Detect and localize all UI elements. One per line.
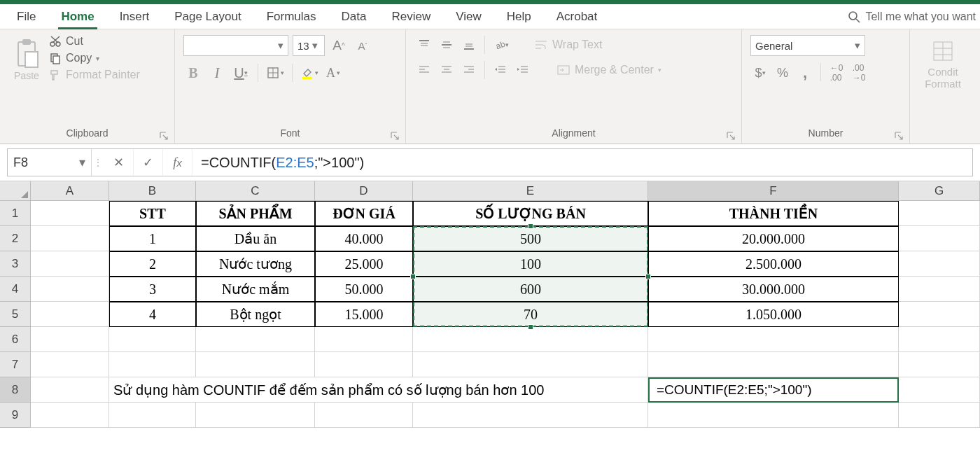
col-header-a[interactable]: A (31, 181, 109, 200)
wrap-text-button[interactable]: Wrap Text (530, 39, 606, 51)
cell[interactable] (315, 327, 413, 352)
spreadsheet-grid[interactable]: A B C D E F G 1 STT SẢN PHẨM ĐƠN GIÁ SỐ … (0, 181, 980, 428)
cell[interactable] (31, 352, 109, 377)
tab-acrobat[interactable]: Acrobat (544, 4, 610, 29)
dialog-launcher-icon[interactable] (726, 131, 737, 142)
currency-button[interactable]: $ ▾ (750, 63, 770, 83)
cell[interactable] (648, 403, 899, 428)
cell[interactable] (196, 327, 315, 352)
cell[interactable] (413, 352, 648, 377)
fill-color-button[interactable]: ▾ (300, 63, 319, 83)
number-format-combo[interactable]: General▾ (750, 35, 865, 56)
dialog-launcher-icon[interactable] (390, 131, 401, 142)
decrease-font-button[interactable]: Aˇ (353, 36, 372, 55)
cell[interactable] (31, 403, 109, 428)
col-header-d[interactable]: D (315, 181, 413, 200)
tell-me-search[interactable]: Tell me what you want (848, 11, 976, 23)
merge-center-button[interactable]: Merge & Center ▾ (552, 64, 666, 76)
cut-button[interactable]: Cut (49, 35, 140, 48)
cell[interactable]: 15.000 (315, 302, 413, 327)
decrease-decimal-button[interactable]: .00→0 (849, 63, 869, 83)
align-middle-button[interactable] (437, 35, 456, 55)
cell[interactable] (648, 352, 899, 377)
copy-button[interactable]: Copy ▾ (49, 52, 140, 64)
cell[interactable]: 4 (109, 302, 196, 327)
row-header-5[interactable]: 5 (0, 302, 31, 327)
cell[interactable]: Bột ngọt (196, 302, 315, 327)
underline-button[interactable]: U ▾ (231, 63, 251, 83)
cell[interactable]: 20.000.000 (648, 226, 899, 251)
align-left-button[interactable] (414, 60, 434, 80)
col-header-g[interactable]: G (899, 181, 980, 200)
orientation-button[interactable]: ab▾ (491, 35, 510, 55)
tab-insert[interactable]: Insert (107, 4, 162, 29)
dialog-launcher-icon[interactable] (894, 131, 905, 142)
cell[interactable]: 25.000 (315, 251, 413, 277)
font-color-button[interactable]: A▾ (323, 63, 343, 83)
tab-file[interactable]: File (4, 4, 48, 29)
cell[interactable]: 50.000 (315, 277, 413, 302)
cell[interactable] (899, 226, 980, 251)
select-all-corner[interactable] (0, 181, 31, 200)
cell[interactable]: Nước mắm (196, 277, 315, 302)
cell[interactable] (315, 352, 413, 377)
row-header-8[interactable]: 8 (0, 377, 31, 403)
cell[interactable] (31, 277, 109, 302)
row-header-2[interactable]: 2 (0, 226, 31, 251)
increase-decimal-button[interactable]: ←0.00 (827, 63, 846, 83)
cell[interactable]: 1.050.000 (648, 302, 899, 327)
tab-help[interactable]: Help (494, 4, 544, 29)
cell[interactable]: Sử dụng hàm COUNTIF để đếm sản phẩm có s… (109, 377, 196, 403)
cell[interactable]: SỐ LƯỢNG BÁN (413, 201, 648, 226)
row-header-3[interactable]: 3 (0, 251, 31, 277)
conditional-formatting-button[interactable]: ConditFormatt (918, 35, 967, 90)
enter-button[interactable]: ✓ (134, 149, 163, 176)
font-name-combo[interactable]: ▾ (183, 35, 288, 56)
cell[interactable]: THÀNH TIỀN (648, 201, 899, 226)
cell[interactable]: SẢN PHẨM (196, 201, 315, 226)
cell[interactable]: 500 (413, 226, 648, 251)
cell[interactable] (413, 403, 648, 428)
cell[interactable]: Nước tương (196, 251, 315, 277)
cell[interactable] (109, 327, 196, 352)
cell[interactable]: ĐƠN GIÁ (315, 201, 413, 226)
increase-font-button[interactable]: A^ (329, 36, 349, 55)
row-header-4[interactable]: 4 (0, 277, 31, 302)
col-header-e[interactable]: E (413, 181, 648, 200)
formula-input[interactable]: =COUNTIF(E2:E5;">100") (192, 155, 972, 171)
cell[interactable] (31, 377, 109, 403)
percent-button[interactable]: % (773, 63, 792, 83)
cell[interactable]: 600 (413, 277, 648, 302)
cell-f8[interactable] (648, 377, 899, 403)
cell[interactable]: Dầu ăn (196, 226, 315, 251)
row-header-9[interactable]: 9 (0, 403, 31, 428)
format-painter-button[interactable]: Format Painter (49, 69, 140, 81)
cell[interactable] (899, 201, 980, 226)
cell[interactable] (109, 352, 196, 377)
insert-function-button[interactable]: fx (163, 149, 192, 176)
cell[interactable]: 100 (413, 251, 648, 277)
font-size-combo[interactable]: 13▾ (293, 35, 325, 56)
name-box[interactable]: F8 ▾ (8, 149, 92, 176)
cell[interactable] (315, 403, 413, 428)
tab-page-layout[interactable]: Page Layout (162, 4, 253, 29)
tab-formulas[interactable]: Formulas (254, 4, 329, 29)
tab-view[interactable]: View (443, 4, 494, 29)
dialog-launcher-icon[interactable] (159, 131, 170, 142)
borders-button[interactable]: ▾ (265, 63, 285, 83)
cell[interactable] (413, 327, 648, 352)
col-header-c[interactable]: C (196, 181, 315, 200)
cell[interactable] (899, 403, 980, 428)
cell[interactable]: 1 (109, 226, 196, 251)
cell[interactable] (899, 277, 980, 302)
cell[interactable] (109, 403, 196, 428)
cell[interactable]: 2 (109, 251, 196, 277)
row-header-1[interactable]: 1 (0, 201, 31, 226)
col-header-f[interactable]: F (648, 181, 899, 200)
cell[interactable]: 3 (109, 277, 196, 302)
cell[interactable] (899, 251, 980, 277)
row-header-6[interactable]: 6 (0, 327, 31, 352)
decrease-indent-button[interactable] (491, 60, 510, 80)
cell[interactable] (31, 302, 109, 327)
cell[interactable] (31, 226, 109, 251)
